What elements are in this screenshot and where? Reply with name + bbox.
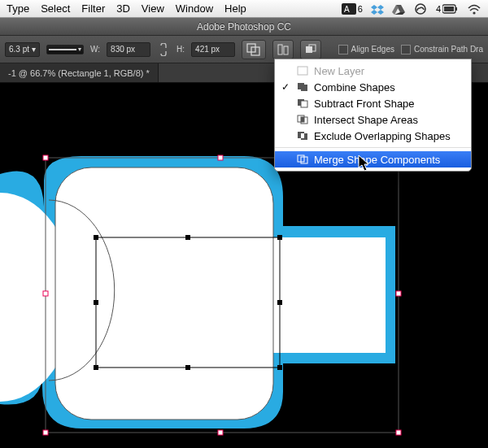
- svg-rect-28: [43, 430, 48, 435]
- svg-rect-32: [43, 291, 48, 296]
- svg-rect-9: [278, 45, 282, 54]
- menubar-item[interactable]: Help: [224, 2, 246, 15]
- path-alignment-button[interactable]: [272, 40, 294, 59]
- svg-rect-26: [43, 155, 48, 160]
- merge-shape-icon: [296, 154, 309, 164]
- intersect-shape-icon: [296, 115, 309, 124]
- svg-rect-5: [444, 7, 454, 11]
- svg-point-6: [473, 11, 475, 14]
- battery-icon[interactable]: 4: [436, 4, 459, 14]
- menubar-item[interactable]: Select: [41, 2, 70, 15]
- google-drive-icon[interactable]: [392, 3, 405, 15]
- svg-rect-19: [185, 235, 190, 240]
- menu-item-combine[interactable]: ✓ Combine Shapes: [275, 79, 471, 95]
- svg-rect-33: [396, 291, 401, 296]
- menu-item-label: Exclude Overlapping Shapes: [314, 130, 451, 142]
- align-edges-label: Align Edges: [351, 45, 394, 54]
- svg-rect-44: [301, 133, 304, 138]
- svg-rect-25: [277, 365, 282, 370]
- menu-item-label: Combine Shapes: [314, 81, 395, 94]
- menu-item-exclude[interactable]: Exclude Overlapping Shapes: [275, 128, 471, 144]
- svg-rect-30: [218, 155, 223, 160]
- notification-count: 6: [358, 4, 363, 14]
- checkbox-icon: [338, 45, 348, 54]
- svg-rect-23: [94, 365, 98, 370]
- svg-rect-24: [185, 365, 190, 370]
- menubar-item[interactable]: View: [142, 2, 164, 15]
- height-label: H:: [176, 45, 185, 54]
- width-field[interactable]: 830 px: [107, 42, 150, 57]
- svg-rect-34: [298, 67, 307, 75]
- creative-cloud-icon[interactable]: [413, 3, 428, 15]
- menu-item-intersect[interactable]: Intersect Shape Areas: [275, 111, 471, 128]
- battery-count: 4: [436, 4, 441, 14]
- checkbox-icon: [401, 45, 411, 54]
- constrain-label: Constrain Path Dra: [414, 45, 483, 54]
- mac-menubar: Type Select Filter 3D View Window Help A…: [0, 0, 488, 18]
- menu-item-subtract[interactable]: Subtract Front Shape: [275, 95, 471, 111]
- new-layer-icon: [296, 66, 309, 76]
- menubar-item[interactable]: Filter: [81, 2, 105, 15]
- menu-item-label: Intersect Shape Areas: [314, 114, 418, 126]
- menu-divider: [275, 147, 471, 148]
- stroke-style-preview[interactable]: ▾: [46, 45, 84, 54]
- svg-rect-4: [455, 7, 457, 11]
- menubar-item[interactable]: Window: [176, 2, 213, 15]
- menubar-item[interactable]: 3D: [116, 2, 130, 15]
- svg-rect-21: [94, 300, 98, 305]
- dropbox-icon[interactable]: [371, 3, 384, 15]
- subtract-shape-icon: [296, 98, 309, 108]
- svg-rect-14: [273, 237, 386, 353]
- svg-text:A: A: [344, 5, 350, 14]
- app-titlebar: Adobe Photoshop CC: [0, 18, 488, 36]
- menu-item-merge[interactable]: Merge Shape Components: [275, 151, 471, 167]
- width-label: W:: [90, 45, 100, 54]
- svg-rect-18: [94, 235, 98, 240]
- height-field[interactable]: 421 px: [191, 42, 235, 57]
- svg-rect-31: [218, 430, 223, 435]
- app-title: Adobe Photoshop CC: [197, 21, 291, 33]
- document-tab[interactable]: -1 @ 66.7% (Rectangle 1, RGB/8) *: [0, 63, 159, 82]
- menubar-item[interactable]: Type: [7, 2, 29, 15]
- check-icon: ✓: [280, 81, 291, 93]
- wifi-icon[interactable]: [467, 3, 481, 15]
- path-arrangement-button[interactable]: [300, 40, 321, 59]
- exclude-shape-icon: [296, 131, 309, 141]
- path-operations-button[interactable]: [242, 40, 266, 59]
- svg-rect-10: [284, 46, 288, 54]
- svg-rect-36: [301, 85, 307, 91]
- menu-item-label: Subtract Front Shape: [314, 98, 415, 110]
- adobe-notification-icon[interactable]: A 6: [342, 3, 363, 15]
- svg-rect-20: [277, 235, 282, 240]
- menu-item-label: New Layer: [314, 65, 364, 77]
- svg-rect-29: [396, 430, 401, 435]
- menu-item-new-layer: New Layer: [275, 63, 471, 79]
- svg-rect-38: [301, 101, 307, 107]
- svg-rect-22: [277, 300, 282, 305]
- align-edges-checkbox[interactable]: Align Edges: [338, 45, 394, 54]
- document-tab-title: -1 @ 66.7% (Rectangle 1, RGB/8) *: [8, 68, 150, 78]
- svg-rect-41: [301, 117, 304, 122]
- path-operations-menu: New Layer ✓ Combine Shapes Subtract Fron…: [274, 59, 472, 172]
- constrain-path-checkbox[interactable]: Constrain Path Dra: [401, 45, 483, 54]
- combine-shapes-icon: [296, 82, 309, 92]
- link-wh-icon[interactable]: [157, 41, 170, 58]
- stroke-width-field[interactable]: 6.3 pt▾: [5, 42, 40, 57]
- menu-item-label: Merge Shape Components: [314, 154, 440, 166]
